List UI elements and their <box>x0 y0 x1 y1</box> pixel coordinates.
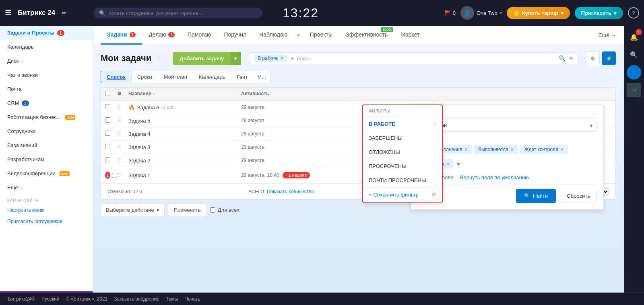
tab-efficiency[interactable]: Эффективность 100% <box>339 26 394 45</box>
sidebar-item-knowledge[interactable]: База знаний <box>0 138 93 152</box>
add-task-dropdown-arrow[interactable]: ▾ <box>230 52 241 65</box>
task-name[interactable]: Задача 3 <box>128 144 150 150</box>
sidebar-item-disk[interactable]: Диск <box>0 54 93 68</box>
row-checkbox[interactable] <box>105 104 117 111</box>
select-action-button[interactable]: Выберите действие ▾ <box>101 204 165 216</box>
footer-order[interactable]: Заказать внедрение <box>114 296 159 302</box>
filter-option-deferred[interactable]: ОТЛОЖЕНЫ <box>363 145 442 159</box>
filter-settings-button[interactable]: ⚙ <box>586 51 600 65</box>
task-checkbox[interactable] <box>105 157 110 162</box>
footer-print[interactable]: Печать <box>184 296 200 302</box>
for-all-checkbox-input[interactable] <box>210 207 215 213</box>
drag-handle-icon[interactable]: ⠿ <box>117 157 128 164</box>
header-name[interactable]: Название ↓ <box>128 91 241 97</box>
invite-button[interactable]: Пригласить ▾ <box>575 7 623 19</box>
sidebar-item-calendar[interactable]: Календарь <box>0 40 93 54</box>
tab-scroll-arrow[interactable]: < <box>294 27 303 44</box>
reset-fields-link[interactable]: Вернуть поля по умолчанию <box>460 174 529 180</box>
row-checkbox[interactable] <box>105 131 117 137</box>
status-tag-remove-icon[interactable]: × <box>560 146 564 153</box>
sidebar-item-mail[interactable]: Почта <box>0 82 93 96</box>
sidebar-link-configure[interactable]: Настроить меню <box>0 205 93 216</box>
select-all-checkbox[interactable] <box>105 91 110 96</box>
find-button[interactable]: 🔍 Найти <box>516 189 556 203</box>
task-checkbox[interactable] <box>105 104 110 109</box>
task-name[interactable]: Задача 1 <box>128 172 150 178</box>
view-tab-myplan[interactable]: Мой план <box>158 71 193 83</box>
user-side-icon-button[interactable]: 👤 <box>627 65 641 80</box>
sidebar-item-tasks[interactable]: Задачи и Проекты 1 <box>0 26 93 40</box>
view-tab-list[interactable]: Список <box>101 71 131 83</box>
sidebar-item-more[interactable]: Ещё - <box>0 180 93 194</box>
task-checkbox[interactable] <box>105 144 110 149</box>
more-side-icon-button[interactable]: ··· <box>627 83 641 97</box>
tab-doing[interactable]: Делаю 1 <box>142 26 181 45</box>
buy-tariff-button[interactable]: ⭐ Купить тариф ▾ <box>507 7 570 19</box>
task-name[interactable]: Задача 6 <box>137 104 159 111</box>
footer-lang[interactable]: Русский <box>41 296 60 302</box>
drag-handle-icon[interactable]: ⠿ <box>117 131 128 137</box>
sidebar-item-crm[interactable]: CRM 1 <box>0 96 93 110</box>
sidebar-item-video[interactable]: Видеоконференции beta <box>0 166 93 180</box>
tab-assigned[interactable]: Поручил <box>217 26 253 45</box>
task-name[interactable]: Задача 4 <box>128 131 150 137</box>
sidebar-link-invite[interactable]: Пригласить сотрудников <box>0 216 93 227</box>
search-icon[interactable]: 🔍 <box>559 55 566 61</box>
tab-helping[interactable]: Помогаю <box>181 26 217 45</box>
sidebar-item-employees[interactable]: Сотрудники <box>0 124 93 138</box>
help-button[interactable]: ? <box>628 7 639 18</box>
show-count-link[interactable]: Показать количество <box>267 189 314 194</box>
status-tag-remove-icon[interactable]: × <box>464 146 468 153</box>
view-tab-gantt[interactable]: Гант <box>231 71 253 83</box>
tab-market[interactable]: Маркет <box>394 26 426 45</box>
row-checkbox[interactable] <box>105 144 117 150</box>
for-all-checkbox[interactable]: Для всех <box>210 207 239 213</box>
edit-icon[interactable]: ✏ <box>62 10 66 16</box>
task-name[interactable]: Задача 5 <box>128 118 150 124</box>
reset-button[interactable]: Сбросить <box>560 189 597 203</box>
task-checkbox[interactable] <box>112 173 117 178</box>
filter-tag-remove-icon[interactable]: ✕ <box>280 55 284 61</box>
drag-handle-icon[interactable]: ⠿ <box>117 104 128 111</box>
tab-more-button[interactable]: Ещё → <box>599 32 616 38</box>
task-checkbox[interactable] <box>105 131 110 136</box>
view-tab-deadlines[interactable]: Сроки <box>131 71 158 83</box>
status-tag-remove-icon[interactable]: × <box>446 161 450 167</box>
view-tab-calendar[interactable]: Календарь <box>193 71 231 83</box>
sidebar-item-chat[interactable]: Чат и звонки <box>0 68 93 82</box>
filter-option-overdue[interactable]: ПРОСРОЧЕНЫ <box>363 159 442 173</box>
user-menu[interactable]: 👤 One Two ▾ <box>460 6 502 20</box>
header-checkbox[interactable] <box>105 91 117 97</box>
filter-add-icon[interactable]: + <box>291 55 294 61</box>
drag-handle-icon[interactable]: ⠿ <box>117 172 128 178</box>
filter-option-almost-overdue[interactable]: ПОЧТИ ПРОСРОЧЕНЫ <box>363 173 442 187</box>
filter-bolt-button[interactable]: ⚡ <box>602 51 616 65</box>
filter-search-input[interactable] <box>297 55 555 61</box>
clear-filter-icon[interactable]: ✕ <box>569 55 574 61</box>
drag-handle-icon[interactable]: ⠿ <box>117 117 128 124</box>
row-checkbox[interactable] <box>105 117 117 124</box>
save-filter-gear-icon[interactable]: ⚙ <box>431 192 436 198</box>
search-input[interactable] <box>109 10 257 16</box>
bell-icon-button[interactable]: 🔔 1 <box>627 30 641 44</box>
role-select[interactable]: Не указан <box>417 119 597 132</box>
hamburger-icon[interactable]: ☰ <box>5 8 11 17</box>
apply-button[interactable]: Применить <box>168 204 207 216</box>
status-tag-remove-icon[interactable]: × <box>510 146 514 153</box>
task-name[interactable]: Задача 2 <box>128 158 150 164</box>
tab-tasks[interactable]: Задачи 1 <box>101 26 142 45</box>
tab-watching[interactable]: Наблюдаю <box>253 26 294 45</box>
task-checkbox[interactable] <box>105 117 110 123</box>
view-tab-more[interactable]: М... <box>253 71 270 83</box>
search-side-icon-button[interactable]: 🔍 <box>627 47 641 62</box>
sidebar-item-robotics[interactable]: Роботизация бизнес... beta <box>0 110 93 124</box>
star-icon[interactable]: ☆ <box>156 55 162 62</box>
footer-brand[interactable]: Битрикс24© <box>8 296 35 302</box>
row-checkbox[interactable] <box>105 157 117 164</box>
filter-tag-in-work[interactable]: В работе ✕ <box>254 54 287 62</box>
status-expand-icon[interactable]: ▾ <box>457 160 460 168</box>
add-task-button[interactable]: Добавить задачу <box>173 52 230 65</box>
drag-handle-icon[interactable]: ⠿ <box>117 144 128 150</box>
filter-option-done[interactable]: ЗАВЕРШЕНЫ <box>363 131 442 145</box>
save-filter-row[interactable]: + Сохранить фильтр ⚙ <box>363 187 442 202</box>
